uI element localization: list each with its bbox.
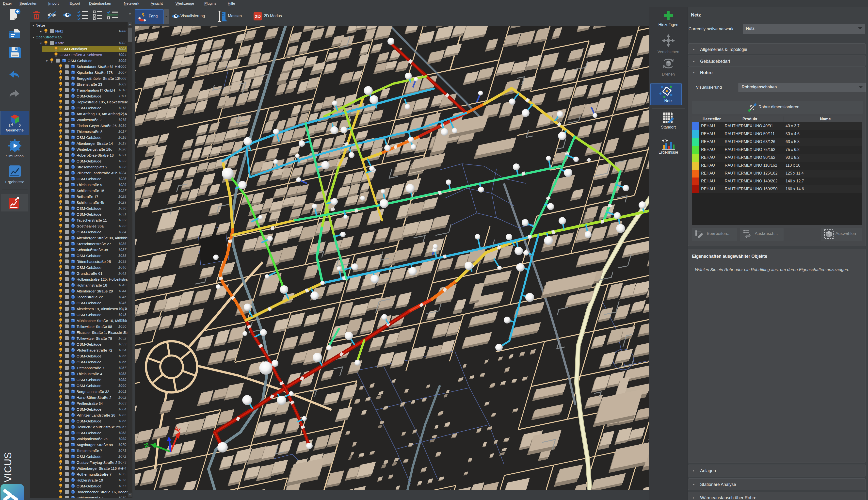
svg-text:VICUS: VICUS (2, 452, 13, 482)
svg-text:2D: 2D (255, 14, 261, 19)
